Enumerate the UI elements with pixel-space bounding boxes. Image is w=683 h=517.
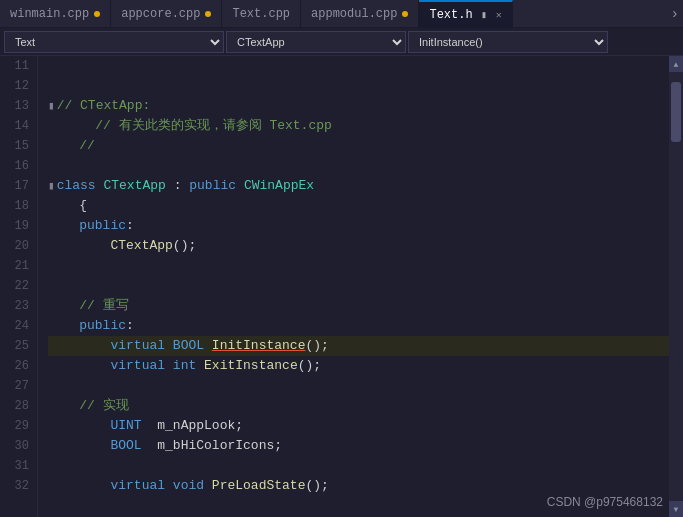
code-token: (); — [305, 476, 328, 496]
tab-appmodul[interactable]: appmodul.cpp — [301, 0, 419, 28]
code-line-22 — [48, 276, 669, 296]
scrollbar-thumb[interactable] — [671, 82, 681, 142]
line-numbers: 11 12 13 14 15 16 17 18 19 20 21 22 23 2… — [0, 56, 38, 517]
line-num-19: 19 — [6, 216, 29, 236]
code-line-19: public : — [48, 216, 669, 236]
scrollbar-track[interactable] — [669, 72, 683, 501]
code-token: virtual — [110, 356, 172, 376]
code-line-30: BOOL m_bHiColorIcons; — [48, 436, 669, 456]
code-token: int — [173, 356, 204, 376]
code-content[interactable]: ▮ // CTextApp : // 有关此类的实现，请参阅 Text.cpp … — [38, 56, 669, 517]
modified-dot — [402, 11, 408, 17]
line-num-29: 29 — [6, 416, 29, 436]
code-token: (); — [305, 336, 328, 356]
tab-bar: winmain.cpp appcore.cpp Text.cpp appmodu… — [0, 0, 683, 28]
scrollbar[interactable]: ▲ ▼ — [669, 56, 683, 517]
code-line-31 — [48, 456, 669, 476]
code-token: (); — [173, 236, 196, 256]
code-token: virtual — [110, 336, 172, 356]
line-num-31: 31 — [6, 456, 29, 476]
watermark: CSDN @p975468132 — [547, 495, 663, 509]
code-line-29: UINT m_nAppLook; — [48, 416, 669, 436]
toolbar: Text CTextApp InitInstance() — [0, 28, 683, 56]
tab-close-icon[interactable]: ✕ — [496, 9, 502, 21]
line-num-24: 24 — [6, 316, 29, 336]
line-num-26: 26 — [6, 356, 29, 376]
line-num-15: 15 — [6, 136, 29, 156]
code-token: public — [79, 216, 126, 236]
code-token — [48, 356, 110, 376]
line-num-22: 22 — [6, 276, 29, 296]
code-token: { — [48, 196, 87, 216]
code-token: : — [166, 176, 189, 196]
code-line-16 — [48, 156, 669, 176]
code-token: PreLoadState — [212, 476, 306, 496]
code-token: // — [57, 96, 80, 116]
collapse-icon-17[interactable]: ▮ — [48, 176, 55, 196]
code-token: public — [189, 176, 244, 196]
scrollbar-down-button[interactable]: ▼ — [669, 501, 683, 517]
code-token — [48, 436, 110, 456]
code-token: m_nAppLook; — [142, 416, 243, 436]
tab-textcpp[interactable]: Text.cpp — [222, 0, 301, 28]
code-line-24: public : — [48, 316, 669, 336]
code-token — [48, 476, 110, 496]
code-token — [48, 416, 110, 436]
line-num-13: 13 — [6, 96, 29, 116]
code-line-17: ▮ class CTextApp : public CWinAppEx — [48, 176, 669, 196]
code-token: BOOL — [173, 336, 212, 356]
modified-dot — [205, 11, 211, 17]
code-line-23: // 重写 — [48, 296, 669, 316]
tab-texth[interactable]: Text.h ▮ ✕ — [419, 0, 512, 28]
file-selector[interactable]: Text — [4, 31, 224, 53]
line-num-17: 17 — [6, 176, 29, 196]
code-token: virtual — [110, 476, 172, 496]
line-num-23: 23 — [6, 296, 29, 316]
code-token-initinstance: InitInstance — [212, 336, 306, 356]
code-line-11 — [48, 56, 669, 76]
code-line-13: ▮ // CTextApp : — [48, 96, 669, 116]
code-token — [48, 236, 110, 256]
code-line-18: { — [48, 196, 669, 216]
code-token: public — [79, 316, 126, 336]
class-selector[interactable]: CTextApp — [226, 31, 406, 53]
method-selector[interactable]: InitInstance() — [408, 31, 608, 53]
line-num-30: 30 — [6, 436, 29, 456]
code-token: CTextApp — [110, 236, 172, 256]
code-line-14: // 有关此类的实现，请参阅 Text.cpp — [48, 116, 669, 136]
code-token: : — [126, 316, 134, 336]
code-token — [48, 316, 79, 336]
code-token: // — [48, 296, 103, 316]
tab-winmain[interactable]: winmain.cpp — [0, 0, 111, 28]
code-token: CWinAppEx — [244, 176, 314, 196]
code-token — [48, 216, 79, 236]
line-num-32: 32 — [6, 476, 29, 496]
code-line-12 — [48, 76, 669, 96]
modified-dot — [94, 11, 100, 17]
code-token: CTextApp — [103, 176, 165, 196]
code-line-15: // — [48, 136, 669, 156]
code-line-20: CTextApp (); — [48, 236, 669, 256]
code-token: : — [142, 96, 150, 116]
code-line-26: virtual int ExitInstance (); — [48, 356, 669, 376]
line-num-18: 18 — [6, 196, 29, 216]
collapse-icon-13[interactable]: ▮ — [48, 96, 55, 116]
tab-label: appmodul.cpp — [311, 7, 397, 21]
code-token: // — [48, 136, 95, 156]
line-num-11: 11 — [6, 56, 29, 76]
line-num-20: 20 — [6, 236, 29, 256]
code-token: // — [48, 396, 103, 416]
scrollbar-up-button[interactable]: ▲ — [669, 56, 683, 72]
line-num-14: 14 — [6, 116, 29, 136]
tab-scroll-right-icon[interactable]: › — [667, 4, 683, 24]
tab-label: Text.h — [429, 8, 472, 22]
code-token: UINT — [110, 416, 141, 436]
line-num-21: 21 — [6, 256, 29, 276]
code-line-27 — [48, 376, 669, 396]
code-token: ExitInstance — [204, 356, 298, 376]
tab-label: Text.cpp — [232, 7, 290, 21]
tab-appcore[interactable]: appcore.cpp — [111, 0, 222, 28]
code-area: 11 12 13 14 15 16 17 18 19 20 21 22 23 2… — [0, 56, 669, 517]
code-line-32: virtual void PreLoadState (); — [48, 476, 669, 496]
code-token: m_bHiColorIcons; — [142, 436, 282, 456]
